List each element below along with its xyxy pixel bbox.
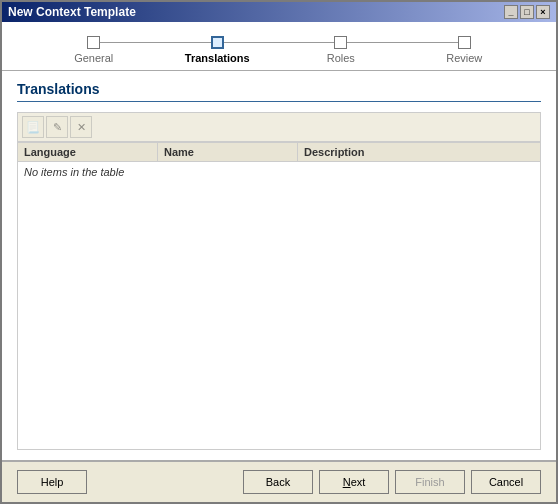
step-roles-label: Roles bbox=[327, 52, 355, 64]
step-roles[interactable]: Roles bbox=[279, 36, 403, 64]
step-translations-box bbox=[211, 36, 224, 49]
next-button[interactable]: Next bbox=[319, 470, 389, 494]
step-general-box bbox=[87, 36, 100, 49]
window-title: New Context Template bbox=[8, 5, 136, 19]
close-button[interactable]: × bbox=[536, 5, 550, 19]
bottom-bar: Help Back Next Finish Cancel bbox=[2, 460, 556, 502]
maximize-button[interactable]: □ bbox=[520, 5, 534, 19]
step-general-right-line bbox=[100, 42, 155, 43]
add-button[interactable]: 📃 bbox=[22, 116, 44, 138]
step-translations-right-line bbox=[224, 42, 279, 43]
step-translations-label: Translations bbox=[185, 52, 250, 64]
table-body: No items in the table bbox=[18, 162, 540, 449]
title-bar: New Context Template _ □ × bbox=[2, 2, 556, 22]
translations-table: Language Name Description No items in th… bbox=[17, 142, 541, 450]
table-header: Language Name Description bbox=[18, 143, 540, 162]
steps-row: General Translations Roles bbox=[12, 30, 546, 64]
delete-button[interactable]: ✕ bbox=[70, 116, 92, 138]
step-translations-line-row bbox=[156, 36, 280, 49]
finish-button[interactable]: Finish bbox=[395, 470, 465, 494]
step-translations-left-line bbox=[156, 42, 211, 43]
step-roles-left-line bbox=[279, 42, 334, 43]
col-description: Description bbox=[298, 143, 540, 161]
window: New Context Template _ □ × General bbox=[0, 0, 558, 504]
edit-button[interactable]: ✎ bbox=[46, 116, 68, 138]
add-icon: 📃 bbox=[26, 121, 40, 134]
col-language: Language bbox=[18, 143, 158, 161]
translations-toolbar: 📃 ✎ ✕ bbox=[17, 112, 541, 142]
step-review-line-row bbox=[403, 36, 527, 49]
wizard-steps: General Translations Roles bbox=[2, 22, 556, 71]
cancel-button[interactable]: Cancel bbox=[471, 470, 541, 494]
step-review-label: Review bbox=[446, 52, 482, 64]
step-review[interactable]: Review bbox=[403, 36, 527, 64]
step-general[interactable]: General bbox=[32, 36, 156, 64]
help-button[interactable]: Help bbox=[17, 470, 87, 494]
step-roles-line-row bbox=[279, 36, 403, 49]
next-label: Next bbox=[343, 476, 366, 488]
step-review-box bbox=[458, 36, 471, 49]
main-content: Translations 📃 ✎ ✕ Language Name Descrip… bbox=[2, 71, 556, 460]
delete-icon: ✕ bbox=[77, 121, 86, 134]
back-button[interactable]: Back bbox=[243, 470, 313, 494]
section-title: Translations bbox=[17, 81, 541, 102]
step-general-label: General bbox=[74, 52, 113, 64]
step-general-line-row bbox=[32, 36, 156, 49]
step-translations[interactable]: Translations bbox=[156, 36, 280, 64]
title-bar-buttons: _ □ × bbox=[504, 5, 550, 19]
empty-message: No items in the table bbox=[18, 162, 540, 182]
edit-icon: ✎ bbox=[53, 121, 62, 134]
col-name: Name bbox=[158, 143, 298, 161]
step-review-left-line bbox=[403, 42, 458, 43]
step-roles-right-line bbox=[347, 42, 402, 43]
minimize-button[interactable]: _ bbox=[504, 5, 518, 19]
step-roles-box bbox=[334, 36, 347, 49]
